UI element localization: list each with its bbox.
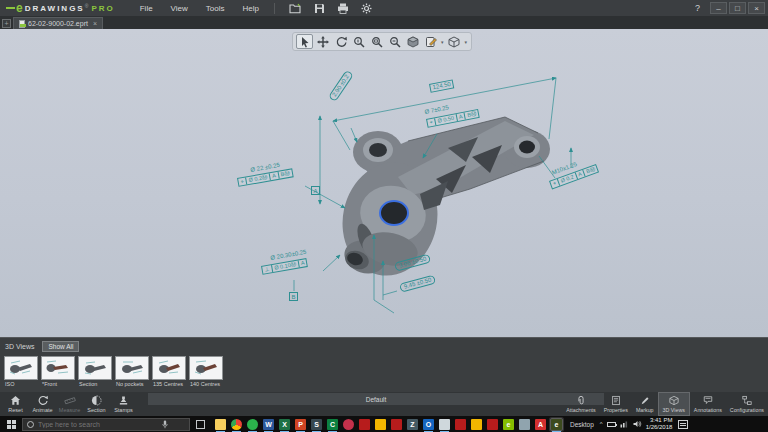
part-body[interactable] — [332, 117, 550, 285]
3d-model-scene[interactable] — [0, 29, 768, 337]
document-tab[interactable]: 62-02-9000-02.eprt × — [13, 17, 103, 29]
view-thumbnail-no-pockets[interactable]: No pockets — [115, 356, 149, 387]
z-app-icon[interactable]: Z — [407, 419, 418, 430]
zoom-window-tool-button[interactable] — [368, 34, 385, 49]
task-view-icon[interactable] — [196, 420, 205, 429]
red-app-icon-3[interactable] — [487, 419, 498, 430]
edrawings-app-icon[interactable]: e — [503, 419, 514, 430]
minimize-button[interactable]: – — [710, 2, 727, 14]
battery-icon[interactable] — [607, 422, 616, 427]
attachments-button[interactable]: Attachments — [562, 392, 599, 416]
options-gear-icon[interactable] — [361, 3, 372, 14]
pan-tool-button[interactable] — [314, 34, 331, 49]
help-button[interactable]: ? — [687, 3, 708, 13]
tray-overflow-chevron[interactable]: ^ — [600, 421, 603, 427]
chrome-icon[interactable] — [231, 419, 242, 430]
taskbar-clock[interactable]: 3:41 PM 1/26/2018 — [646, 417, 673, 431]
close-button[interactable]: × — [748, 2, 765, 14]
markup-button[interactable]: Markup — [632, 392, 658, 416]
excel-icon[interactable]: X — [279, 419, 290, 430]
start-button[interactable] — [0, 416, 22, 432]
red-app-icon[interactable] — [391, 419, 402, 430]
section-label: Section — [87, 407, 105, 413]
view-thumbnail-iso[interactable]: ISO — [4, 356, 38, 387]
c-app-icon[interactable]: C — [327, 419, 338, 430]
volume-icon[interactable] — [633, 420, 642, 428]
3d-views-button[interactable]: 3D Views — [658, 392, 690, 416]
taskbar-search[interactable] — [22, 418, 190, 431]
thumbnail-image[interactable] — [78, 356, 112, 380]
view-thumbnail-section[interactable]: Section — [78, 356, 112, 387]
gdt-datum-ref-b: BⓂ — [278, 169, 292, 178]
view-orientation-dropdown-caret[interactable]: ▾ — [464, 39, 469, 45]
edrawings-active-app-icon[interactable]: e — [551, 419, 562, 430]
shaded-view-button[interactable] — [404, 34, 421, 49]
pin-tab-icon[interactable]: + — [2, 19, 11, 28]
attachments-label: Attachments — [566, 407, 595, 413]
acrobat-letter: A — [538, 421, 543, 428]
outlook-icon[interactable]: O — [423, 419, 434, 430]
menu-view[interactable]: View — [162, 4, 197, 13]
logo-pro: PRO — [91, 4, 114, 13]
properties-button[interactable]: Properties — [600, 392, 632, 416]
3d-viewport[interactable]: ▾ ▾ 124.50 2.90 ±0.2 Ø 7±0.25 ⌖ Ø 0.50 A… — [0, 29, 768, 337]
annotations-button[interactable]: Annotations — [690, 392, 726, 416]
calculator-icon[interactable] — [439, 419, 450, 430]
zoom-fit-tool-button[interactable] — [386, 34, 403, 49]
desktop-toolbar-label[interactable]: Desktop — [570, 421, 594, 428]
save-icon[interactable] — [314, 3, 325, 14]
view-thumbnail-135-centres[interactable]: 135 Centres — [152, 356, 186, 387]
zoom-tool-button[interactable] — [350, 34, 367, 49]
search-input[interactable] — [38, 421, 158, 428]
edrawings-logo: e DRAWINGS ® PRO — [6, 2, 115, 14]
select-tool-button[interactable] — [296, 34, 313, 49]
3d-views-panel-title: 3D Views — [5, 343, 34, 350]
configurations-button[interactable]: Configurations — [726, 392, 768, 416]
view-thumbnail-140-centres[interactable]: 140 Centres — [189, 356, 223, 387]
open-document-icon[interactable] — [289, 3, 302, 14]
thumbnail-image[interactable] — [152, 356, 186, 380]
word-icon[interactable]: W — [263, 419, 274, 430]
datum-feature-b[interactable]: B — [289, 292, 298, 301]
print-icon[interactable] — [337, 3, 349, 14]
solidworks-app-icon[interactable] — [359, 419, 370, 430]
annotations-label: Annotations — [694, 407, 722, 413]
microphone-icon[interactable] — [162, 420, 168, 429]
thumbnail-image[interactable] — [189, 356, 223, 380]
show-all-button[interactable]: Show All — [42, 341, 79, 352]
reset-button[interactable]: Reset — [2, 392, 29, 416]
green-app-icon[interactable] — [247, 419, 258, 430]
section-button[interactable]: Section — [83, 392, 110, 416]
gear-app-icon-2[interactable] — [471, 419, 482, 430]
tab-close-icon[interactable]: × — [93, 20, 97, 27]
gear-app-icon[interactable] — [375, 419, 386, 430]
markup-dropdown-caret[interactable]: ▾ — [440, 39, 445, 45]
s-app-icon[interactable]: S — [311, 419, 322, 430]
stamps-button[interactable]: Stamps — [110, 392, 137, 416]
menu-tools[interactable]: Tools — [197, 4, 234, 13]
bottom-toolbar: Default Reset Animate Measure Section St… — [0, 392, 768, 416]
markup-tool-button[interactable] — [422, 34, 439, 49]
cortana-icon — [27, 421, 34, 428]
datum-feature-a[interactable]: A — [311, 186, 320, 195]
edrawings-window: e DRAWINGS ® PRO File View Tools Help ? … — [0, 0, 768, 432]
file-explorer-icon[interactable] — [215, 419, 226, 430]
powerpoint-icon[interactable]: P — [295, 419, 306, 430]
thumbnail-image[interactable] — [4, 356, 38, 380]
person-app-icon[interactable] — [343, 419, 354, 430]
red-app-icon-2[interactable] — [455, 419, 466, 430]
view-thumbnail-front[interactable]: *Front — [41, 356, 75, 387]
menu-file[interactable]: File — [131, 4, 162, 13]
configuration-strip[interactable]: Default — [148, 393, 604, 405]
animate-button[interactable]: Animate — [29, 392, 56, 416]
rotate-tool-button[interactable] — [332, 34, 349, 49]
tool-app-icon[interactable] — [519, 419, 530, 430]
network-icon[interactable] — [620, 420, 629, 428]
view-orientation-button[interactable] — [446, 34, 463, 49]
thumbnail-image[interactable] — [41, 356, 75, 380]
restore-button[interactable]: □ — [729, 2, 746, 14]
menu-help[interactable]: Help — [234, 4, 268, 13]
acrobat-icon[interactable]: A — [535, 419, 546, 430]
action-center-icon[interactable] — [678, 420, 688, 429]
thumbnail-image[interactable] — [115, 356, 149, 380]
